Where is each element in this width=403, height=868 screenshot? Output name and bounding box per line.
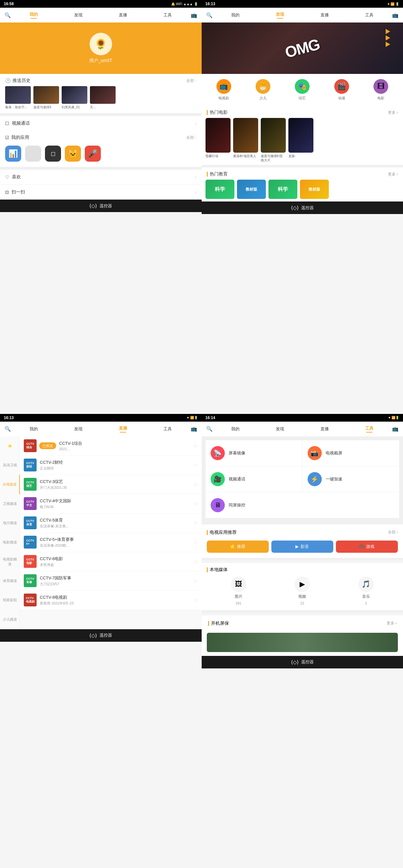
channel-row-cctv5[interactable]: 地方频道 CCTV体育 CCTV-5体育 实况录像-东京奥... ☆ xyxy=(0,514,202,533)
nav-discover-2[interactable]: 发现 xyxy=(258,10,302,20)
nav-live-2[interactable]: 直播 xyxy=(302,11,347,19)
channel-content-cctv6[interactable]: CCTV电影 CCTV-6电影 末世侠盗 ☆ xyxy=(20,552,202,571)
scan-menu[interactable]: ⊡ 扫一扫 › xyxy=(0,184,202,199)
app-5[interactable]: 🎤 xyxy=(85,146,101,162)
tool-speedup[interactable]: ⚡ 一键加速 xyxy=(302,466,399,492)
channel-row-cctv3[interactable]: 央视频道 CCTV综艺 CCTV-3综艺 开门大吉2021-35 ☆ xyxy=(0,475,202,494)
media-videos[interactable]: ▶ 视频 22 xyxy=(295,577,310,605)
app-3[interactable]: ◻ xyxy=(45,146,61,162)
nav-mine-2[interactable]: 我的 xyxy=(213,11,258,19)
nav-mine-3[interactable]: 我的 xyxy=(11,425,56,433)
tv-icon-4[interactable]: 📺 xyxy=(392,425,399,433)
movie-2[interactable]: 黄庙村·地宫美人 xyxy=(233,118,258,162)
category-movie[interactable]: 🎞 电影 xyxy=(373,79,388,101)
tool-videocall[interactable]: 🎥 视频通话 xyxy=(205,466,302,492)
movie-3[interactable]: 速度与激情9·院线大片 xyxy=(261,118,286,162)
search-icon-1[interactable]: 🔍 xyxy=(4,11,11,19)
edu-card-1[interactable]: 科学 xyxy=(205,180,234,199)
sidebar-label-tiyu[interactable]: 体育频道 xyxy=(0,571,20,591)
cctv4-star[interactable]: ☆ xyxy=(193,501,198,507)
favorites-menu[interactable]: ♡ 喜欢 › xyxy=(0,169,202,184)
apps-more[interactable]: 全部 › xyxy=(186,135,196,141)
sidebar-label-dianjupin[interactable]: 电视剧频道 xyxy=(0,552,20,571)
nav-discover-1[interactable]: 发现 xyxy=(56,11,101,19)
channel-content-cctv3[interactable]: CCTV综艺 CCTV-3综艺 开门大吉2021-35 ☆ xyxy=(20,475,202,494)
search-icon-3[interactable]: 🔍 xyxy=(4,425,11,433)
edu-card-3[interactable]: 科学 xyxy=(268,180,297,199)
sidebar-label-shaor[interactable]: 少儿频道 xyxy=(0,610,20,629)
sidebar-label-dianying[interactable]: 电影频道 xyxy=(0,533,20,552)
video-call-menu[interactable]: ☐ 视频通话 › xyxy=(0,116,202,131)
search-icon-4[interactable]: 🔍 xyxy=(205,425,213,433)
category-anime[interactable]: 🎬 动漫 xyxy=(334,79,349,101)
category-tv[interactable]: 📺 电视剧 xyxy=(216,79,231,101)
nav-mine-1[interactable]: 我的 xyxy=(11,10,56,20)
history-more[interactable]: 全部 › xyxy=(186,78,196,84)
nav-tools-1[interactable]: 工具 xyxy=(145,11,190,19)
tab-recommend[interactable]: ⭐ 推荐 xyxy=(207,540,269,553)
nav-tools-4[interactable]: 工具 xyxy=(347,424,392,434)
tv-icon-2[interactable]: 📺 xyxy=(392,11,399,19)
cctv5p-star[interactable]: ☆ xyxy=(193,539,198,545)
app-2[interactable] xyxy=(25,146,41,162)
category-kids[interactable]: 🐣 少儿 xyxy=(256,79,270,101)
app-4[interactable]: 🐱 xyxy=(65,146,81,162)
remote-bar-3[interactable]: ⟨◇⟩ 遥控器 xyxy=(0,629,202,642)
channel-row-cctv8[interactable]: 明星影院 CCTV电视剧 CCTV-8电视剧 星推荐-2021年8月-23 ☆ xyxy=(0,591,202,610)
app-1[interactable]: 📊 xyxy=(5,146,21,162)
remote-bar-4[interactable]: ⟨◇⟩ 遥控器 xyxy=(202,656,403,669)
cctv6-star[interactable]: ☆ xyxy=(193,559,198,565)
boot-preview[interactable] xyxy=(207,633,398,652)
avatar[interactable]: 🌻 xyxy=(90,33,112,55)
channel-row-cctv1[interactable]: ⭐ CCTV综合 已推送 CCTV-1综合 2021... ☆ xyxy=(0,436,202,456)
nav-live-4[interactable]: 直播 xyxy=(302,425,347,433)
channel-row-cctv7[interactable]: 体育频道 CCTV军事 CCTV-7国防军事 大刀记23/57 ☆ xyxy=(0,571,202,591)
sidebar-label-weishi[interactable]: 卫视频道 xyxy=(0,494,20,514)
channel-row-cctv4[interactable]: 卫视频道 CCTV中文 CCTV-4中文国际 银刀6/36 ☆ xyxy=(0,494,202,514)
nav-live-3[interactable]: 直播 xyxy=(101,424,145,434)
search-icon-2[interactable]: 🔍 xyxy=(205,11,213,19)
cctv5-star[interactable]: ☆ xyxy=(193,520,198,526)
sidebar-label-difang[interactable]: 地方频道 xyxy=(0,514,20,533)
cctv3-star[interactable]: ☆ xyxy=(193,482,198,488)
tab-media[interactable]: ▶ 影音 xyxy=(271,540,333,553)
cctv7-star[interactable]: ☆ xyxy=(193,578,198,584)
nav-tools-2[interactable]: 工具 xyxy=(347,11,392,19)
channel-row-cctv5p[interactable]: 电影频道 CCTV5+ CCTV-5+体育赛事 实况录像-2020欧... ☆ xyxy=(0,533,202,552)
sidebar-label-yangshi[interactable]: 央视频道 xyxy=(0,475,20,494)
tv-icon-3[interactable]: 📺 xyxy=(190,425,198,433)
cctv8-star[interactable]: ☆ xyxy=(193,597,198,603)
sidebar-label-mingxing[interactable]: 明星影院 xyxy=(0,591,20,610)
hot-movies-more[interactable]: 更多 › xyxy=(388,110,398,115)
nav-tools-3[interactable]: 工具 xyxy=(145,425,190,433)
tool-samescreen[interactable]: 🖥 同屏操控 xyxy=(205,492,400,518)
history-item-1[interactable]: 毒液：致命守... xyxy=(5,86,31,109)
history-item-3[interactable]: 扫黑风暴_01 xyxy=(62,86,87,109)
nav-live-1[interactable]: 直播 xyxy=(101,11,145,19)
tv-apps-more[interactable]: 全部 › xyxy=(388,530,398,535)
channel-content-cctv4[interactable]: CCTV中文 CCTV-4中文国际 银刀6/36 ☆ xyxy=(20,494,202,514)
category-variety[interactable]: 🎭 综艺 xyxy=(295,79,309,101)
remote-bar-2[interactable]: ⟨◇⟩ 遥控器 xyxy=(202,202,403,214)
cctv2-star[interactable]: ☆ xyxy=(193,462,198,468)
tool-screenshot[interactable]: 📸 电视截屏 xyxy=(302,440,399,466)
media-photos[interactable]: 🖼 图片 281 xyxy=(231,577,246,605)
media-music[interactable]: 🎵 音乐 2 xyxy=(358,577,374,605)
tool-mirror[interactable]: 📡 屏幕镜像 xyxy=(205,440,302,466)
history-item-2[interactable]: 速度与激情9 xyxy=(33,86,59,109)
tv-icon-1[interactable]: 📺 xyxy=(190,11,198,19)
channel-row-cctv2[interactable]: 高清卫视 CCTV财经 CCTV-2财经 正点财经 ☆ xyxy=(0,456,202,475)
discover-banner[interactable]: OMG xyxy=(202,23,403,74)
nav-mine-4[interactable]: 我的 xyxy=(213,425,258,433)
edu-card-4[interactable]: 教材版 xyxy=(300,180,329,199)
edu-card-2[interactable]: 教材版 xyxy=(237,180,266,199)
channel-content-cctv5p[interactable]: CCTV5+ CCTV-5+体育赛事 实况录像-2020欧... ☆ xyxy=(20,533,202,552)
boot-more[interactable]: 更多 › xyxy=(387,621,397,626)
channel-content-cctv7[interactable]: CCTV军事 CCTV-7国防军事 大刀记23/57 ☆ xyxy=(20,571,202,591)
tab-games[interactable]: 🎮 游戏 xyxy=(336,540,398,553)
movie-1[interactable]: 昏霾行动 xyxy=(205,118,231,162)
channel-content-cctv5[interactable]: CCTV体育 CCTV-5体育 实况录像-东京奥... ☆ xyxy=(20,514,202,533)
movie-4[interactable]: 龙脉· xyxy=(288,118,313,162)
cctv1-star[interactable]: ☆ xyxy=(193,443,198,449)
remote-bar-1[interactable]: ⟨◇⟩ 遥控器 xyxy=(0,199,202,212)
